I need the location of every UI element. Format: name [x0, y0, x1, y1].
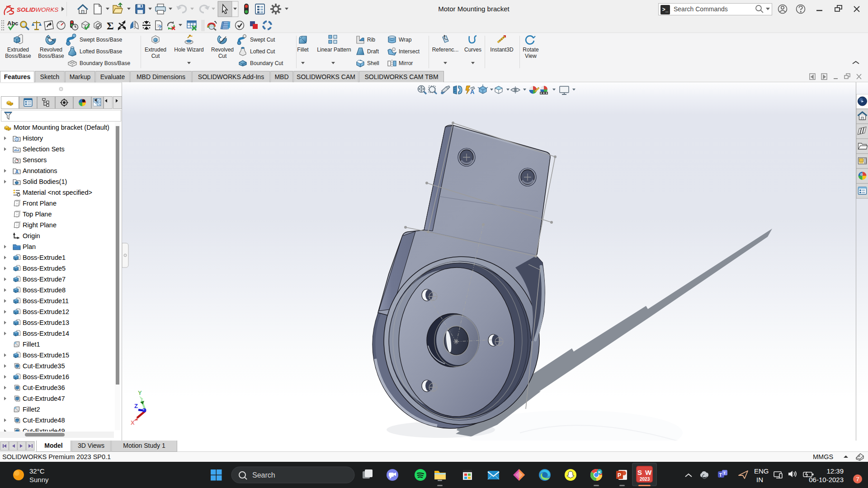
svg-text:7: 7: [856, 476, 859, 483]
svg-text:Z: Z: [134, 403, 138, 409]
svg-text:X: X: [131, 419, 135, 426]
svg-text:32°C: 32°C: [29, 467, 45, 475]
svg-text:Search: Search: [252, 471, 275, 479]
svg-text:?: ?: [158, 24, 161, 31]
svg-text:K: K: [598, 470, 601, 474]
svg-text:ENG: ENG: [754, 467, 769, 475]
svg-text:A: A: [470, 89, 475, 95]
svg-text:W: W: [645, 469, 652, 476]
svg-text:P: P: [618, 472, 621, 479]
svg-text:12:39: 12:39: [826, 467, 844, 475]
svg-text:S: S: [637, 469, 642, 476]
svg-text:Σ: Σ: [107, 20, 114, 32]
svg-text:Sunny: Sunny: [29, 476, 49, 483]
svg-text:IN: IN: [756, 476, 763, 483]
svg-text:2023: 2023: [640, 477, 650, 482]
svg-text:T: T: [719, 472, 722, 478]
svg-text:Y: Y: [138, 389, 142, 396]
svg-text:T: T: [723, 470, 726, 475]
svg-text:06-10-2023: 06-10-2023: [809, 476, 844, 483]
